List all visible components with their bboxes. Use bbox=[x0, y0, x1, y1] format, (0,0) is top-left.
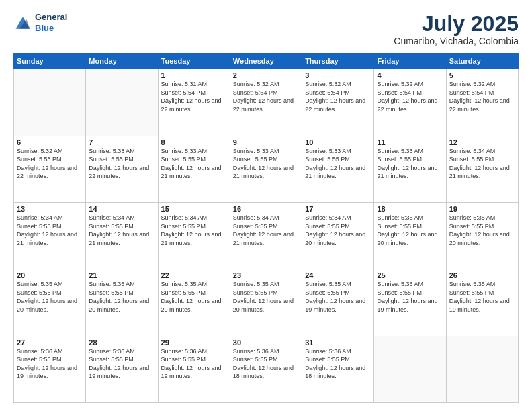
day-cell: 11Sunrise: 5:33 AM Sunset: 5:55 PM Dayli… bbox=[374, 136, 446, 202]
day-number: 7 bbox=[89, 138, 154, 146]
day-cell bbox=[446, 336, 518, 402]
day-number: 20 bbox=[17, 271, 83, 279]
day-cell: 28Sunrise: 5:36 AM Sunset: 5:55 PM Dayli… bbox=[86, 336, 158, 402]
day-number: 16 bbox=[233, 205, 299, 213]
day-cell: 12Sunrise: 5:34 AM Sunset: 5:55 PM Dayli… bbox=[446, 136, 518, 202]
day-cell: 19Sunrise: 5:35 AM Sunset: 5:55 PM Dayli… bbox=[446, 202, 518, 269]
day-number: 8 bbox=[161, 138, 227, 146]
day-info: Sunrise: 5:36 AM Sunset: 5:55 PM Dayligh… bbox=[17, 347, 83, 381]
day-cell: 3Sunrise: 5:32 AM Sunset: 5:54 PM Daylig… bbox=[302, 69, 374, 136]
day-number: 26 bbox=[449, 271, 515, 279]
day-cell: 30Sunrise: 5:36 AM Sunset: 5:55 PM Dayli… bbox=[230, 336, 302, 402]
week-row-4: 20Sunrise: 5:35 AM Sunset: 5:55 PM Dayli… bbox=[14, 269, 519, 336]
day-info: Sunrise: 5:36 AM Sunset: 5:55 PM Dayligh… bbox=[233, 347, 299, 381]
day-cell: 27Sunrise: 5:36 AM Sunset: 5:55 PM Dayli… bbox=[14, 336, 86, 402]
day-number: 1 bbox=[161, 71, 227, 79]
day-cell: 29Sunrise: 5:36 AM Sunset: 5:55 PM Dayli… bbox=[158, 336, 230, 402]
day-info: Sunrise: 5:31 AM Sunset: 5:54 PM Dayligh… bbox=[161, 80, 227, 113]
logo: General Blue bbox=[13, 12, 67, 33]
day-number: 28 bbox=[89, 338, 154, 347]
day-info: Sunrise: 5:35 AM Sunset: 5:55 PM Dayligh… bbox=[161, 280, 227, 314]
day-number: 31 bbox=[305, 338, 371, 347]
day-number: 18 bbox=[377, 205, 443, 213]
day-cell: 1Sunrise: 5:31 AM Sunset: 5:54 PM Daylig… bbox=[158, 69, 230, 136]
day-info: Sunrise: 5:33 AM Sunset: 5:55 PM Dayligh… bbox=[161, 147, 227, 181]
day-info: Sunrise: 5:32 AM Sunset: 5:54 PM Dayligh… bbox=[377, 80, 443, 113]
day-number: 23 bbox=[233, 271, 299, 279]
day-info: Sunrise: 5:34 AM Sunset: 5:55 PM Dayligh… bbox=[233, 214, 299, 247]
day-info: Sunrise: 5:33 AM Sunset: 5:55 PM Dayligh… bbox=[233, 147, 299, 181]
day-cell: 20Sunrise: 5:35 AM Sunset: 5:55 PM Dayli… bbox=[14, 269, 86, 336]
day-info: Sunrise: 5:35 AM Sunset: 5:55 PM Dayligh… bbox=[89, 280, 154, 314]
day-cell: 17Sunrise: 5:34 AM Sunset: 5:55 PM Dayli… bbox=[302, 202, 374, 269]
header-day-thursday: Thursday bbox=[302, 54, 374, 69]
day-info: Sunrise: 5:35 AM Sunset: 5:55 PM Dayligh… bbox=[449, 214, 515, 247]
header-day-wednesday: Wednesday bbox=[230, 54, 302, 69]
day-info: Sunrise: 5:32 AM Sunset: 5:55 PM Dayligh… bbox=[17, 147, 83, 181]
day-cell: 8Sunrise: 5:33 AM Sunset: 5:55 PM Daylig… bbox=[158, 136, 230, 202]
day-info: Sunrise: 5:33 AM Sunset: 5:55 PM Dayligh… bbox=[305, 147, 371, 181]
day-info: Sunrise: 5:34 AM Sunset: 5:55 PM Dayligh… bbox=[89, 214, 154, 247]
day-cell: 25Sunrise: 5:35 AM Sunset: 5:55 PM Dayli… bbox=[374, 269, 446, 336]
day-info: Sunrise: 5:33 AM Sunset: 5:55 PM Dayligh… bbox=[89, 147, 154, 181]
day-cell bbox=[14, 69, 86, 136]
day-number: 30 bbox=[233, 338, 299, 347]
day-number: 24 bbox=[305, 271, 371, 279]
logo-line1: General bbox=[35, 12, 67, 23]
week-row-1: 1Sunrise: 5:31 AM Sunset: 5:54 PM Daylig… bbox=[14, 69, 519, 136]
day-number: 22 bbox=[161, 271, 227, 279]
day-info: Sunrise: 5:33 AM Sunset: 5:55 PM Dayligh… bbox=[377, 147, 443, 181]
header-day-sunday: Sunday bbox=[14, 54, 86, 69]
day-cell: 9Sunrise: 5:33 AM Sunset: 5:55 PM Daylig… bbox=[230, 136, 302, 202]
day-number: 27 bbox=[17, 338, 83, 347]
day-info: Sunrise: 5:34 AM Sunset: 5:55 PM Dayligh… bbox=[305, 214, 371, 247]
day-info: Sunrise: 5:32 AM Sunset: 5:54 PM Dayligh… bbox=[233, 80, 299, 113]
day-info: Sunrise: 5:34 AM Sunset: 5:55 PM Dayligh… bbox=[449, 147, 515, 181]
day-number: 25 bbox=[377, 271, 443, 279]
header-day-monday: Monday bbox=[86, 54, 158, 69]
day-cell: 5Sunrise: 5:32 AM Sunset: 5:54 PM Daylig… bbox=[446, 69, 518, 136]
header-day-saturday: Saturday bbox=[446, 54, 518, 69]
day-info: Sunrise: 5:36 AM Sunset: 5:55 PM Dayligh… bbox=[89, 347, 154, 381]
subtitle: Cumaribo, Vichada, Colombia bbox=[394, 36, 519, 46]
logo-line2: Blue bbox=[35, 23, 67, 34]
day-number: 17 bbox=[305, 205, 371, 213]
week-row-5: 27Sunrise: 5:36 AM Sunset: 5:55 PM Dayli… bbox=[14, 336, 519, 402]
logo-text: General Blue bbox=[35, 12, 67, 33]
day-info: Sunrise: 5:35 AM Sunset: 5:55 PM Dayligh… bbox=[17, 280, 83, 314]
calendar-table: SundayMondayTuesdayWednesdayThursdayFrid… bbox=[13, 53, 519, 403]
main-title: July 2025 bbox=[394, 12, 519, 36]
day-number: 2 bbox=[233, 71, 299, 79]
day-cell: 6Sunrise: 5:32 AM Sunset: 5:55 PM Daylig… bbox=[14, 136, 86, 202]
day-cell: 18Sunrise: 5:35 AM Sunset: 5:55 PM Dayli… bbox=[374, 202, 446, 269]
day-number: 19 bbox=[449, 205, 515, 213]
day-cell: 7Sunrise: 5:33 AM Sunset: 5:55 PM Daylig… bbox=[86, 136, 158, 202]
day-info: Sunrise: 5:34 AM Sunset: 5:55 PM Dayligh… bbox=[17, 214, 83, 247]
day-number: 21 bbox=[89, 271, 154, 279]
day-info: Sunrise: 5:32 AM Sunset: 5:54 PM Dayligh… bbox=[449, 80, 515, 113]
day-cell: 2Sunrise: 5:32 AM Sunset: 5:54 PM Daylig… bbox=[230, 69, 302, 136]
week-row-3: 13Sunrise: 5:34 AM Sunset: 5:55 PM Dayli… bbox=[14, 202, 519, 269]
day-info: Sunrise: 5:34 AM Sunset: 5:55 PM Dayligh… bbox=[161, 214, 227, 247]
day-number: 29 bbox=[161, 338, 227, 347]
day-info: Sunrise: 5:35 AM Sunset: 5:55 PM Dayligh… bbox=[449, 280, 515, 314]
day-cell: 15Sunrise: 5:34 AM Sunset: 5:55 PM Dayli… bbox=[158, 202, 230, 269]
day-number: 12 bbox=[449, 138, 515, 146]
day-number: 15 bbox=[161, 205, 227, 213]
day-cell: 14Sunrise: 5:34 AM Sunset: 5:55 PM Dayli… bbox=[86, 202, 158, 269]
day-info: Sunrise: 5:35 AM Sunset: 5:55 PM Dayligh… bbox=[305, 280, 371, 314]
day-info: Sunrise: 5:32 AM Sunset: 5:54 PM Dayligh… bbox=[305, 80, 371, 113]
week-row-2: 6Sunrise: 5:32 AM Sunset: 5:55 PM Daylig… bbox=[14, 136, 519, 202]
header: General Blue July 2025 Cumaribo, Vichada… bbox=[13, 12, 519, 46]
day-cell: 22Sunrise: 5:35 AM Sunset: 5:55 PM Dayli… bbox=[158, 269, 230, 336]
day-number: 13 bbox=[17, 205, 83, 213]
day-info: Sunrise: 5:35 AM Sunset: 5:55 PM Dayligh… bbox=[377, 214, 443, 247]
day-number: 10 bbox=[305, 138, 371, 146]
day-cell bbox=[374, 336, 446, 402]
day-number: 4 bbox=[377, 71, 443, 79]
day-cell: 21Sunrise: 5:35 AM Sunset: 5:55 PM Dayli… bbox=[86, 269, 158, 336]
day-info: Sunrise: 5:35 AM Sunset: 5:55 PM Dayligh… bbox=[233, 280, 299, 314]
day-cell: 13Sunrise: 5:34 AM Sunset: 5:55 PM Dayli… bbox=[14, 202, 86, 269]
logo-icon bbox=[13, 13, 32, 32]
day-cell: 4Sunrise: 5:32 AM Sunset: 5:54 PM Daylig… bbox=[374, 69, 446, 136]
